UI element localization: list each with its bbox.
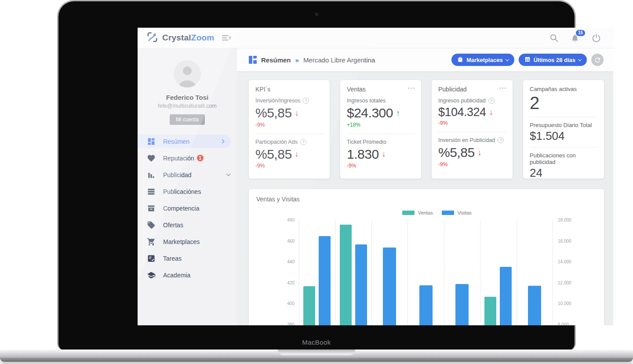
header-actions: 15 — [549, 33, 613, 43]
metric-delta: -9% — [347, 163, 356, 169]
bar-ventas-5 — [484, 297, 496, 325]
sidebar-collapse-icon[interactable] — [222, 34, 231, 41]
sidebar-item-reputacion[interactable]: Reputación 1 — [138, 151, 237, 165]
bar-visitas-6 — [528, 286, 541, 325]
breadcrumb-separator: » — [295, 56, 299, 64]
tag-icon — [147, 221, 156, 229]
breadcrumb-bar: Resúmen » Mercado Libre Argentina Market… — [237, 48, 613, 72]
kpi-cards-row: KPI´s Inversión/Ingresos ? %5,85↓ -9% — [248, 80, 604, 179]
chevron-down-icon — [578, 57, 582, 61]
user-profile: Federico Tosi fefe@multiculturalit.com M… — [138, 48, 237, 125]
metric-ingresos-publicidad: Ingresos publicidad ? $104.324↓ -9% — [438, 98, 506, 127]
sidebar: Federico Tosi fefe@multiculturalit.com M… — [138, 48, 237, 325]
metric-value: %5,85 — [255, 147, 292, 162]
chart-title: Ventas y Visitas — [256, 196, 597, 203]
card-kpis: KPI´s Inversión/Ingresos ? %5,85↓ -9% — [248, 80, 330, 179]
date-range-dropdown-button[interactable]: Últimos 28 días — [519, 54, 587, 66]
graduation-cap-icon — [147, 271, 156, 280]
metric-inversion-ingresos: Inversión/Ingresos ? %5,85↓ -9% — [255, 98, 323, 128]
help-icon[interactable]: ? — [488, 98, 495, 104]
metric-label: Ingresos publicidad — [438, 98, 486, 104]
breadcrumb-page: Mercado Libre Argentina — [303, 56, 375, 64]
refresh-button[interactable] — [591, 54, 604, 66]
laptop-base-edge — [0, 358, 633, 362]
card-title: KPI´s — [255, 86, 270, 93]
sidebar-item-academia[interactable]: Academia — [138, 268, 237, 282]
bar-visitas-0 — [319, 236, 331, 325]
legend-item-ventas: Ventas — [402, 210, 433, 215]
sidebar-item-tareas[interactable]: Tareas — [138, 251, 237, 265]
my-account-button[interactable]: Mi cuenta — [170, 114, 205, 125]
chart-legend: VentasVisitas — [402, 210, 472, 215]
brand-name-primary: Crystal — [162, 33, 191, 42]
metric-label: Participación Ads — [255, 139, 298, 145]
chevron-right-icon — [220, 139, 225, 144]
brand-logo: CrystalZoom — [138, 31, 214, 45]
storefront-icon — [147, 204, 156, 213]
sidebar-item-marketplaces[interactable]: Marketplaces — [138, 235, 237, 248]
card-title: Publicidad — [438, 86, 467, 93]
bar-chart-icon — [147, 171, 156, 179]
help-icon[interactable]: ? — [300, 139, 306, 145]
camera-dot — [315, 13, 318, 16]
stat-value: 24 — [530, 165, 597, 181]
user-name: Federico Tosi — [138, 94, 237, 101]
card-campanas-activas: Campañas activas 2 Presupuesto Diario To… — [523, 80, 604, 179]
cart-icon — [147, 237, 156, 246]
left-axis-tick: 440 — [274, 259, 295, 264]
chart-card: Ventas y Visitas VentasVisitas 480460440… — [248, 189, 604, 325]
right-axis-tick: 16.000 — [558, 239, 578, 244]
stat-label: Publicaciones con publicidad — [530, 152, 597, 165]
bar-visitas-4 — [455, 284, 469, 325]
breadcrumb-section[interactable]: Resúmen — [261, 56, 291, 64]
main-content: Resúmen » Mercado Libre Argentina Market… — [237, 48, 613, 325]
help-icon[interactable]: ? — [498, 137, 504, 143]
heart-icon — [147, 154, 156, 163]
logout-power-icon[interactable] — [591, 33, 601, 43]
trend-down-icon: ↓ — [478, 148, 482, 157]
notifications-bell-icon[interactable]: 15 — [570, 33, 580, 43]
left-axis-tick: 480 — [274, 218, 295, 222]
sidebar-item-resumen[interactable]: Resúmen — [138, 135, 231, 148]
dashboard-icon — [147, 137, 156, 146]
metric-label: Ingresos totales — [347, 98, 386, 104]
card-menu-icon[interactable] — [499, 86, 506, 89]
marketplaces-button-label: Marketplaces — [466, 57, 502, 63]
marketplaces-dropdown-button[interactable]: Marketplaces — [451, 54, 514, 66]
bar-visitas-3 — [419, 285, 433, 325]
chart-plot: 48046044042040038018.00016.00014.00012.0… — [299, 220, 553, 325]
sidebar-item-label: Competencia — [163, 205, 200, 212]
card-menu-icon[interactable] — [408, 86, 415, 89]
metric-ticket-promedio: Ticket Promedio 1.830↓ -9% — [347, 139, 415, 170]
chevron-down-icon — [505, 57, 509, 61]
legend-item-visitas: Visitas — [442, 210, 472, 215]
gridline — [517, 220, 517, 325]
calendar-icon — [524, 56, 531, 64]
dashboard-icon — [249, 56, 257, 64]
metric-value: $104.324 — [438, 106, 486, 119]
legend-label: Visitas — [458, 210, 472, 215]
sidebar-item-label: Academia — [163, 272, 190, 279]
notification-badge: 15 — [576, 30, 585, 36]
gridline — [371, 220, 372, 325]
help-icon[interactable]: ? — [303, 98, 309, 104]
metric-label: Ticket Promedio — [347, 139, 386, 145]
card-title: Ventas — [347, 86, 366, 93]
sidebar-item-publicaciones[interactable]: Publicaciónes — [138, 185, 237, 198]
brand-name: CrystalZoom — [162, 33, 214, 43]
sidebar-item-label: Publicidad — [163, 171, 192, 178]
tasks-icon — [147, 254, 156, 263]
sidebar-item-competencia[interactable]: Competencia — [138, 201, 237, 215]
sidebar-menu: Resúmen Reputación 1 Publ — [138, 135, 237, 282]
toolbar: Marketplaces Últimos 28 días — [451, 54, 613, 66]
trend-down-icon: ↓ — [382, 149, 386, 158]
sidebar-item-ofertas[interactable]: Ofertas — [138, 218, 237, 232]
shopping-bag-icon — [457, 56, 463, 64]
sidebar-item-publicidad[interactable]: Publicidad — [138, 168, 237, 182]
gridline — [335, 220, 335, 325]
gridline — [299, 220, 299, 325]
legend-label: Ventas — [418, 210, 433, 215]
device-label: MacBook — [58, 339, 575, 346]
search-icon[interactable] — [549, 33, 559, 43]
sidebar-item-label: Resúmen — [163, 138, 189, 145]
